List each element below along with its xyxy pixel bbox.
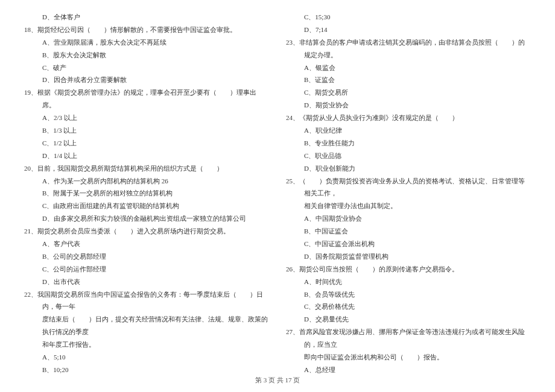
q24-option-c: C、职业品德	[286, 150, 531, 162]
q21-option-c: C、公司的运作部经理	[24, 263, 269, 276]
q20-option-a: A、作为某一交易所内部机构的结算机构 26	[24, 175, 269, 188]
q20-option-c: C、由政府出面组建的具有监管职能的结算机构	[24, 200, 269, 212]
q24-option-a: A、职业纪律	[286, 124, 531, 137]
q22-text-line1: 22、我国期货交易所应当向中国证监会报告的义务有：每一季度结束后（ ）日内，每一…	[24, 288, 269, 314]
q19-text: 19、根据《期货交易所管理办法》的规定，理事会召开至少要有（ ）理事出席。	[24, 86, 269, 112]
q20-option-b: B、附属于某一交易所的相对独立的结算机构	[24, 187, 269, 200]
q22-text-line3: 和年度工作报告。	[24, 338, 269, 351]
q18-option-d: D、因合并或者分立需要解散	[24, 74, 269, 86]
q21-option-a: A、客户代表	[24, 238, 269, 250]
page-columns: D、全体客户 18、期货经纪公司因（ ）情形解散的，不需要报告中国证监会审批。 …	[0, 0, 555, 368]
q20-option-d: D、由多家交易所和实力较强的金融机构出资组成一家独立的结算公司	[24, 212, 269, 225]
q24-option-d: D、职业创新能力	[286, 162, 531, 175]
q26-option-d: D、交易量优先	[286, 313, 531, 326]
q25-option-b: B、中国证监会	[286, 225, 531, 238]
q23-option-b: B、证监会	[286, 74, 531, 86]
q25-option-a: A、中国期货业协会	[286, 212, 531, 225]
q21-option-b: B、公司的交易部经理	[24, 250, 269, 263]
q23-option-c: C、期货交易所	[286, 86, 531, 99]
q19-option-b: B、1/3 以上	[24, 124, 269, 137]
q18-text: 18、期货经纪公司因（ ）情形解散的，不需要报告中国证监会审批。	[24, 24, 269, 36]
q24-text: 24、《期货从业人员执业行为准则》没有规定的是（ ）	[286, 112, 531, 124]
q18-option-a: A、营业期限届满，股东大会决定不再延续	[24, 36, 269, 49]
q25-text-line2: 相关自律管理办法也由其制定。	[286, 200, 531, 212]
q25-option-c: C、中国证监会派出机构	[286, 238, 531, 250]
q22-text-line2: 度结束后（ ）日内，提交有关经营情况和有关法律、法规、规章、政策的执行情况的季度	[24, 313, 269, 338]
page-footer: 第 3 页 共 17 页	[0, 374, 555, 387]
q27-text-line1: 27、首席风险官发现涉嫌占用、挪用客户保证金等违法违规行为或者可能发生风险的，应…	[286, 326, 531, 351]
left-column: D、全体客户 18、期货经纪公司因（ ）情形解散的，不需要报告中国证监会审批。 …	[0, 11, 280, 368]
q27-text-line2: 即向中国证监会派出机构和公司（ ）报告。	[286, 351, 531, 364]
q21-option-d: D、出市代表	[24, 276, 269, 288]
q25-option-d: D、国务院期货监督管理机构	[286, 250, 531, 263]
q18-option-c: C、破产	[24, 62, 269, 74]
right-column: C、15;30 D、7;14 23、非结算会员的客户申请或者注销其交易编码的，由…	[280, 11, 555, 368]
q20-text: 20、目前，我国期货交易所期货结算机构采用的组织方式是（ ）	[24, 162, 269, 175]
q22-option-c: C、15;30	[286, 11, 531, 24]
q25-text-line1: 25、（ ）负责期货投资咨询业务从业人员的资格考试、资格认定、日常管理等相关工作…	[286, 175, 531, 200]
q26-option-c: C、交易价格优先	[286, 300, 531, 313]
q26-text: 26、期货公司应当按照（ ）的原则传递客户交易指令。	[286, 263, 531, 276]
q22-option-d: D、7;14	[286, 24, 531, 36]
q18-option-b: B、股东大会决定解散	[24, 49, 269, 62]
q19-option-c: C、1/2 以上	[24, 137, 269, 150]
q26-option-a: A、时间优先	[286, 276, 531, 288]
q23-text: 23、非结算会员的客户申请或者注销其交易编码的，由非结算会员按照（ ）的规定办理…	[286, 36, 531, 62]
q23-option-d: D、期货业协会	[286, 99, 531, 112]
q17-option-d: D、全体客户	[24, 11, 269, 24]
q19-option-d: D、1/4 以上	[24, 150, 269, 162]
q22-option-a: A、5;10	[24, 351, 269, 364]
q26-option-b: B、会员等级优先	[286, 288, 531, 301]
q19-option-a: A、2/3 以上	[24, 112, 269, 124]
q23-option-a: A、银监会	[286, 62, 531, 74]
q21-text: 21、期货交易所会员应当委派（ ）进入交易所场内进行期货交易。	[24, 225, 269, 238]
q24-option-b: B、专业胜任能力	[286, 137, 531, 150]
